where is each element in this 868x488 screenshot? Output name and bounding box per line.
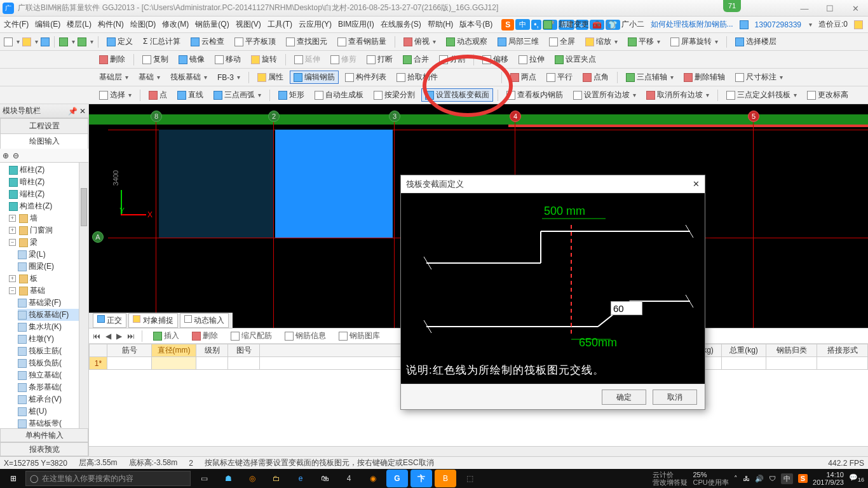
start-button[interactable]: ⊞ (4, 469, 23, 488)
menu-draw[interactable]: 绘图(D) (130, 19, 156, 30)
component-tree[interactable]: 框柱(Z) 暗柱(Z) 端柱(Z) 构造柱(Z) +墙 +门窗洞 −梁 梁(L)… (0, 163, 88, 428)
phone-label[interactable]: 13907298339 (755, 20, 801, 29)
store-icon[interactable]: 🛍 (314, 470, 336, 487)
menu-component[interactable]: 构件(N) (98, 19, 124, 30)
auto-slab-button[interactable]: 自动生成板 (311, 88, 367, 102)
offset-button[interactable]: 偏移 (478, 53, 512, 66)
app-icon-1[interactable]: ☗ (217, 470, 239, 487)
zoom-button[interactable]: 缩放▾ (581, 35, 621, 48)
tray-notif-icon[interactable]: 💬16 (849, 473, 864, 483)
h-scrollbar[interactable] (89, 446, 868, 456)
menu-online[interactable]: 在线服务(S) (381, 19, 421, 30)
fullscreen-button[interactable]: 全屏 (545, 35, 579, 48)
del-aux-button[interactable]: 删除辅轴 (680, 71, 729, 84)
single-comp-button[interactable]: 单构件输入 (0, 428, 88, 442)
view-slab-rebar-button[interactable]: 查看板内钢筋 (503, 88, 567, 102)
tray-up-icon[interactable]: ˄ (734, 475, 738, 483)
dyn-input-toggle[interactable]: 动态输入 (180, 313, 229, 328)
help-link[interactable]: 如何处理筏板附加钢筋... (651, 19, 733, 30)
delete-button[interactable]: 删除 (95, 53, 129, 66)
break-button[interactable]: 打断 (363, 53, 397, 66)
grid-delete-button[interactable]: 删除 (188, 329, 222, 342)
close-button[interactable]: ✕ (843, 0, 868, 17)
line-button[interactable]: 直线 (173, 88, 207, 102)
find-element-button[interactable]: 查找图元 (282, 35, 331, 48)
split-beam-button[interactable]: 按梁分割 (370, 88, 419, 102)
save-icon[interactable] (41, 37, 50, 46)
stretch-button[interactable]: 拉伸 (515, 53, 548, 66)
menu-tools[interactable]: 工具(T) (268, 19, 292, 30)
grid-insert-button[interactable]: 插入 (149, 329, 183, 342)
menu-cloud[interactable]: 云应用(Y) (299, 19, 332, 30)
menu-bim[interactable]: BIM应用(I) (338, 19, 374, 30)
change-elev-button[interactable]: 更改标高 (803, 88, 852, 102)
app-icon-orange[interactable]: ◉ (362, 470, 384, 487)
ime-punct[interactable]: •, (531, 20, 541, 30)
tray-sogou-icon[interactable]: S (798, 474, 808, 483)
dim-button[interactable]: 尺寸标注▾ (731, 71, 787, 84)
grid-lib-button[interactable]: 钢筋图库 (335, 329, 384, 342)
dialog-ok-button[interactable]: 确定 (602, 390, 646, 405)
tree-scrollbar[interactable] (79, 163, 88, 428)
copy-button[interactable]: 复制 (139, 53, 172, 66)
maximize-button[interactable]: ☐ (817, 0, 843, 17)
taskview-icon[interactable]: ▭ (193, 470, 215, 487)
tab-draw-input[interactable]: 绘图输入 (0, 133, 88, 149)
point-button[interactable]: 点 (145, 88, 171, 102)
tray-net-icon[interactable]: 🖧 (743, 475, 750, 482)
menu-help[interactable]: 帮助(H) (428, 19, 454, 30)
menu-view[interactable]: 视图(V) (236, 19, 261, 30)
app-icon-2[interactable]: ◎ (241, 470, 263, 487)
split-button[interactable]: 分割 (435, 53, 469, 66)
topview-button[interactable]: 俯视▾ (400, 35, 440, 48)
new-icon[interactable] (4, 37, 13, 46)
select-button[interactable]: 选择▾ (95, 88, 135, 102)
two-point-button[interactable]: 两点 (506, 71, 540, 84)
mirror-button[interactable]: 镜像 (175, 53, 208, 66)
open-icon[interactable] (22, 37, 31, 46)
section-value-input[interactable] (611, 301, 642, 315)
osnap-toggle[interactable]: 对象捕捉 (128, 313, 177, 328)
set-varsection-button[interactable]: 设置筏板变截面 (421, 88, 493, 102)
set-all-slope-button[interactable]: 设置所有边坡▾ (569, 88, 640, 102)
dialog-cancel-button[interactable]: 取消 (653, 390, 697, 405)
menu-version[interactable]: 版本号(B) (459, 19, 492, 30)
close-panel-icon[interactable]: ✕ (79, 107, 86, 116)
props-button[interactable]: 属性 (254, 71, 287, 84)
flat-top-button[interactable]: 平齐板顶 (231, 35, 280, 48)
collapse-icon[interactable]: ⊖ (13, 151, 19, 160)
expand-icon[interactable]: ⊕ (3, 151, 9, 160)
ortho-toggle[interactable]: 正交 (93, 313, 126, 328)
grid-nav-next-icon[interactable]: ▶ (116, 332, 122, 341)
minimize-button[interactable]: — (792, 0, 817, 17)
cancel-slope-button[interactable]: 取消所有边坡▾ (642, 88, 713, 102)
grid-scale-button[interactable]: 缩尺配筋 (227, 329, 276, 342)
pin-icon[interactable]: 📌 (68, 107, 78, 116)
menu-file[interactable]: 文件(F) (4, 19, 29, 30)
sel-floor-dd[interactable]: 基础层▾ (95, 71, 132, 84)
dialog-close-icon[interactable]: ✕ (693, 179, 700, 189)
grip-button[interactable]: 设置夹点 (551, 53, 600, 66)
menu-rebar[interactable]: 钢筋量(Q) (195, 19, 229, 30)
rect-button[interactable]: 矩形 (275, 88, 308, 102)
tab-project-settings[interactable]: 工程设置 (0, 118, 88, 133)
grid-nav-prev-icon[interactable]: ◀ (105, 332, 111, 341)
menu-modify[interactable]: 修改(M) (162, 19, 189, 30)
taskbar-search[interactable]: ◯ 在这里输入你要搜索的内容 (25, 471, 191, 486)
redo-icon[interactable] (78, 37, 86, 46)
undo-icon[interactable] (59, 37, 68, 46)
sel-cat-dd[interactable]: 基础▾ (135, 71, 164, 84)
folder-icon[interactable]: 🗀 (266, 470, 287, 487)
screen-rotate-button[interactable]: 屏幕旋转▾ (667, 35, 722, 48)
point-angle-button[interactable]: 点角 (579, 71, 613, 84)
edit-rebar-button[interactable]: 编辑钢筋 (290, 71, 339, 84)
app-icon-orange2[interactable]: B (435, 470, 456, 487)
tray-vol-icon[interactable]: 🔊 (755, 475, 764, 483)
report-preview-button[interactable]: 报表预览 (0, 442, 88, 456)
local3d-button[interactable]: 局部三维 (494, 35, 543, 48)
edge-icon[interactable]: e (290, 470, 311, 487)
app-icon-dark[interactable]: ⬚ (459, 470, 480, 487)
sel-inst-dd[interactable]: FB-3▾ (214, 72, 244, 83)
sel-type-dd[interactable]: 筏板基础▾ (166, 71, 211, 84)
view-rebar-button[interactable]: 查看钢筋量 (334, 35, 390, 48)
